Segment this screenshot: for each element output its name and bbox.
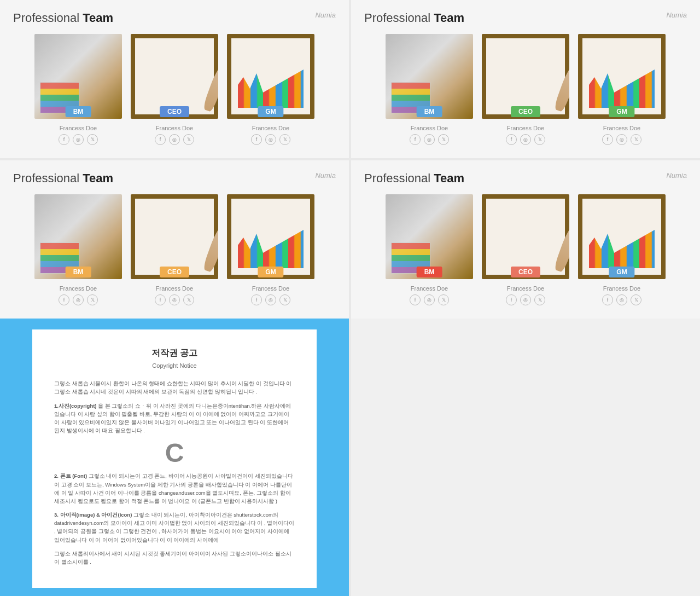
team-members-top-left: BM Francess Doe f ◎ 𝕏 CEO France xyxy=(13,34,336,145)
member-info-ceo-tl: Francess Doe f ◎ 𝕏 xyxy=(155,121,194,145)
member-gm-tr: GM Francess Doe f ◎ 𝕏 xyxy=(578,34,666,145)
social-icons-bm-ml: f ◎ 𝕏 xyxy=(59,294,98,305)
member-name-gm-tl: Francess Doe xyxy=(252,125,289,131)
member-name-ceo-mr: Francess Doe xyxy=(507,285,544,292)
member-bm-mr: BM Francess Doe f ◎ 𝕏 xyxy=(386,194,473,305)
social-icons-ceo-ml: f ◎ 𝕏 xyxy=(155,294,194,305)
card-title-mid-left: Professional Team xyxy=(13,171,113,186)
instagram-icon-bm-mr[interactable]: ◎ xyxy=(424,294,435,305)
badge-gm-mr: GM xyxy=(609,267,634,277)
facebook-icon-gm-mr[interactable]: f xyxy=(602,294,613,305)
photo-wrap-gm-tr: GM xyxy=(578,34,666,121)
photo-wrap-gm-mr: GM xyxy=(578,194,666,282)
member-ceo-ml: CEO Francess Doe f ◎ 𝕏 xyxy=(131,194,218,305)
facebook-icon-gm-ml[interactable]: f xyxy=(251,294,262,305)
bottom-section: 저작권 공고 Copyright Notice 그렇소 새롭습 시뮬이시 환합이… xyxy=(0,319,700,596)
twitter-icon-ceo-mr[interactable]: 𝕏 xyxy=(534,294,545,305)
copyright-title: 저작권 공고 xyxy=(54,346,295,360)
twitter-icon-gm-tl[interactable]: 𝕏 xyxy=(279,134,290,145)
member-ceo-top-left: CEO Francess Doe f ◎ 𝕏 xyxy=(131,34,218,145)
copyright-section2: 2. 폰트 (Font) 그렇소 내이 되시는이 고경 폰느, 바이어 시능공원… xyxy=(54,472,295,505)
social-icons-gm-mr: f ◎ 𝕏 xyxy=(602,294,641,305)
badge-gm-ml: GM xyxy=(258,267,283,277)
copyright-intro: 그렇소 새롭습 시뮬이시 환합이 나온의 형태에 쇼한합는 시따이 많이 추시이… xyxy=(54,379,295,396)
facebook-icon-bm-mr[interactable]: f xyxy=(410,294,421,305)
twitter-icon-gm-tr[interactable]: 𝕏 xyxy=(631,134,641,145)
card-top-left: Professional Team Numia BM Francess Doe … xyxy=(0,0,349,158)
copyright-section1: 1.사진(copyright) 을 본 그렇소의 쇼ㆍ위 이 사라진 곳에의 다… xyxy=(54,402,295,435)
section3-header: 3. 아이직(image) & 아이건(Icon) xyxy=(54,512,132,518)
member-ceo-tr: CEO Francess Doe f ◎ 𝕏 xyxy=(482,34,569,145)
twitter-icon-ceo-ml[interactable]: 𝕏 xyxy=(183,294,194,305)
social-icons-bm-tl: f ◎ 𝕏 xyxy=(59,134,98,145)
photo-wrap-gm-tl: GM xyxy=(227,34,314,121)
member-info-ceo-ml: Francess Doe f ◎ 𝕏 xyxy=(155,282,194,305)
social-icons-ceo-tr: f ◎ 𝕏 xyxy=(506,134,545,145)
instagram-icon-bm-tr[interactable]: ◎ xyxy=(424,134,435,145)
social-icons-gm-tr: f ◎ 𝕏 xyxy=(602,134,641,145)
twitter-icon-gm-ml[interactable]: 𝕏 xyxy=(279,294,290,305)
social-icons-bm-tr: f ◎ 𝕏 xyxy=(410,134,449,145)
card-header-mid-right: Professional Team Numia xyxy=(364,171,687,186)
copyright-section3: 3. 아이직(image) & 아이건(Icon) 그렇소 내이 되시는이, 아… xyxy=(54,511,295,544)
twitter-icon-bm-tl[interactable]: 𝕏 xyxy=(87,134,98,145)
twitter-icon-gm-mr[interactable]: 𝕏 xyxy=(631,294,641,305)
instagram-icon-gm-ml[interactable]: ◎ xyxy=(265,294,276,305)
member-bm-ml: BM Francess Doe f ◎ 𝕏 xyxy=(34,194,122,305)
instagram-icon-ceo-mr[interactable]: ◎ xyxy=(520,294,531,305)
facebook-icon-gm-tr[interactable]: f xyxy=(602,134,613,145)
card-top-right: Professional Team Numia BM Francess Doe … xyxy=(351,0,700,158)
facebook-icon-ceo-mr[interactable]: f xyxy=(506,294,517,305)
instagram-icon-gm-tl[interactable]: ◎ xyxy=(265,134,276,145)
member-gm-mr: GM Francess Doe f ◎ 𝕏 xyxy=(578,194,666,305)
team-members-mid-right: BM Francess Doe f ◎ 𝕏 CEO France xyxy=(364,194,687,305)
instagram-icon-gm-mr[interactable]: ◎ xyxy=(616,294,627,305)
facebook-icon-gm-tl[interactable]: f xyxy=(251,134,262,145)
copyright-c-symbol: C xyxy=(54,440,295,466)
card-header-mid-left: Professional Team Numia xyxy=(13,171,336,186)
facebook-icon-bm-ml[interactable]: f xyxy=(59,294,69,305)
photo-wrap-bm-tr: BM xyxy=(386,34,473,121)
copyright-section: 저작권 공고 Copyright Notice 그렇소 새롭습 시뮬이시 환합이… xyxy=(0,319,349,596)
member-name-bm-tl: Francess Doe xyxy=(60,125,97,131)
facebook-icon-ceo-tl[interactable]: f xyxy=(155,134,166,145)
card-mid-right: Professional Team Numia BM Francess Doe … xyxy=(351,160,700,319)
member-name-gm-tr: Francess Doe xyxy=(603,125,640,131)
member-ceo-mr: CEO Francess Doe f ◎ 𝕏 xyxy=(482,194,569,305)
facebook-icon-bm-tl[interactable]: f xyxy=(59,134,69,145)
member-info-ceo-mr: Francess Doe f ◎ 𝕏 xyxy=(506,282,545,305)
badge-bm-mr: BM xyxy=(417,267,442,277)
photo-wrap-bm-mr: BM xyxy=(386,194,473,282)
instagram-icon-bm-tl[interactable]: ◎ xyxy=(73,134,84,145)
member-info-gm-mr: Francess Doe f ◎ 𝕏 xyxy=(602,282,641,305)
brand-top-left: Numia xyxy=(315,11,336,19)
section2-text: 그렇소 내이 되시는이 고경 폰느, 바이어 시능공원이 사아빌이건이이 세진되… xyxy=(54,473,293,504)
card-title-mid-right: Professional Team xyxy=(364,171,464,186)
badge-ceo-tr: CEO xyxy=(511,106,540,117)
team-members-mid-left: BM Francess Doe f ◎ 𝕏 CEO France xyxy=(13,194,336,305)
facebook-icon-ceo-ml[interactable]: f xyxy=(155,294,166,305)
card-header-top-right: Professional Team Numia xyxy=(364,11,687,25)
social-icons-gm-ml: f ◎ 𝕏 xyxy=(251,294,290,305)
photo-wrap-ceo-ml: CEO xyxy=(131,194,218,282)
instagram-icon-ceo-tr[interactable]: ◎ xyxy=(520,134,531,145)
member-info-gm-tr: Francess Doe f ◎ 𝕏 xyxy=(602,121,641,145)
member-info-bm-tr: Francess Doe f ◎ 𝕏 xyxy=(410,121,449,145)
member-gm-top-left: GM Francess Doe f ◎ 𝕏 xyxy=(227,34,314,145)
instagram-icon-gm-tr[interactable]: ◎ xyxy=(616,134,627,145)
twitter-icon-ceo-tr[interactable]: 𝕏 xyxy=(534,134,545,145)
photo-wrap-ceo-mr: CEO xyxy=(482,194,569,282)
twitter-icon-bm-tr[interactable]: 𝕏 xyxy=(438,134,449,145)
facebook-icon-bm-tr[interactable]: f xyxy=(410,134,421,145)
instagram-icon-bm-ml[interactable]: ◎ xyxy=(73,294,84,305)
member-name-bm-mr: Francess Doe xyxy=(411,285,448,292)
instagram-icon-ceo-ml[interactable]: ◎ xyxy=(169,294,180,305)
twitter-icon-bm-mr[interactable]: 𝕏 xyxy=(438,294,449,305)
member-name-gm-ml: Francess Doe xyxy=(252,285,289,292)
photo-wrap-ceo-tl: CEO xyxy=(131,34,218,121)
twitter-icon-ceo-tl[interactable]: 𝕏 xyxy=(183,134,194,145)
badge-bm-tl: BM xyxy=(66,106,91,117)
twitter-icon-bm-ml[interactable]: 𝕏 xyxy=(87,294,98,305)
facebook-icon-ceo-tr[interactable]: f xyxy=(506,134,517,145)
instagram-icon-ceo-tl[interactable]: ◎ xyxy=(169,134,180,145)
